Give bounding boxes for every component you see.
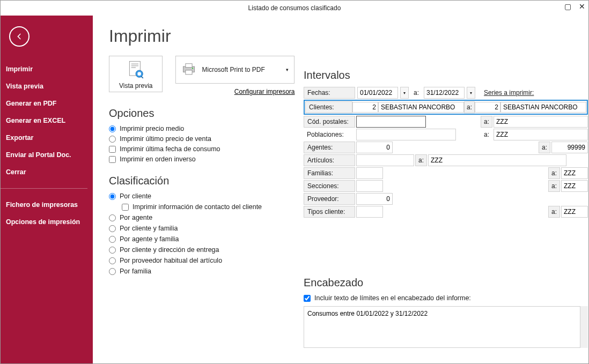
clasificacion-heading: Clasificación — [109, 175, 302, 187]
proveedor-label: Proveedor: — [304, 193, 355, 205]
scrollbar[interactable] — [580, 306, 588, 348]
a-label: a: — [481, 129, 492, 140]
opt-precio-medio[interactable]: Imprimir precio medio — [109, 125, 302, 132]
a-label: a: — [539, 142, 550, 153]
opt-ultima-fecha[interactable]: Imprimir última fecha de consumo — [109, 145, 302, 153]
incluir-texto-limites-check[interactable]: Incluir texto de límites en el encabezad… — [304, 294, 588, 302]
sidebar-item-exportar[interactable]: Exportar — [1, 129, 93, 146]
intervalos-panel: Intervalos Fechas: ▾ a: ▾ Series a impri… — [304, 69, 588, 348]
svg-point-5 — [138, 72, 142, 76]
page-title: Imprimir — [109, 26, 302, 46]
agentes-label: Agentes: — [304, 142, 355, 153]
sidebar-item-enviar-portal[interactable]: Enviar al Portal Doc. — [1, 146, 93, 164]
maximize-icon[interactable]: ▢ — [564, 2, 571, 11]
document-preview-icon — [125, 60, 146, 81]
svg-rect-9 — [186, 70, 192, 75]
fecha-desde-input[interactable] — [357, 87, 398, 99]
clasif-cliente-familia[interactable]: Por cliente y familia — [109, 225, 302, 232]
sidebar: Imprimir Vista previa Generar en PDF Gen… — [1, 16, 93, 364]
articulos-hasta-input[interactable] — [428, 154, 566, 166]
a-label: a: — [481, 116, 492, 128]
codpost-hasta-input[interactable] — [494, 116, 588, 128]
proveedor-input[interactable] — [356, 193, 393, 205]
back-button[interactable] — [9, 26, 30, 47]
familias-label: Familias: — [304, 167, 355, 179]
clientes-label: Clientes: — [305, 101, 352, 113]
a-label: a: — [415, 154, 427, 166]
sidebar-item-cerrar[interactable]: Cerrar — [1, 164, 93, 181]
printer-dropdown[interactable]: Microsoft Print to PDF ▾ — [175, 56, 294, 84]
a-label: a: — [411, 87, 422, 99]
clasif-agente-familia[interactable]: Por agente y familia — [109, 235, 302, 243]
svg-rect-1 — [131, 64, 138, 65]
fecha-hasta-input[interactable] — [424, 87, 465, 99]
a-label: a: — [464, 101, 475, 113]
clientes-row: Clientes: a: — [304, 100, 588, 115]
cliente-hasta-code[interactable] — [475, 102, 500, 113]
sidebar-item-generar-excel[interactable]: Generar en EXCEL — [1, 112, 93, 129]
poblac-desde-input[interactable] — [356, 129, 456, 140]
secciones-hasta-input[interactable] — [561, 180, 588, 192]
svg-rect-8 — [186, 64, 192, 68]
clasif-por-cliente[interactable]: Por cliente — [109, 192, 302, 200]
clasif-por-familia[interactable]: Por familia — [109, 268, 302, 275]
sidebar-separator — [1, 188, 87, 189]
codpostales-label: Cód. postales: — [304, 116, 355, 128]
cliente-desde-code[interactable] — [352, 102, 378, 113]
tiposcli-desde-input[interactable] — [356, 206, 383, 218]
chevron-down-icon: ▾ — [286, 67, 289, 72]
printer-icon — [181, 63, 196, 77]
articulos-label: Artículos: — [304, 154, 355, 166]
sidebar-item-fichero-impresoras[interactable]: Fichero de impresoras — [1, 196, 93, 213]
a-label: a: — [548, 206, 560, 218]
sidebar-item-opciones-impresion[interactable]: Opciones de impresión — [1, 213, 93, 231]
cliente-hasta-name[interactable] — [500, 102, 586, 113]
familias-desde-input[interactable] — [356, 167, 383, 179]
sidebar-item-vista-previa[interactable]: Vista previa — [1, 78, 93, 95]
window-title: Listado de consumos clasificado — [248, 4, 341, 12]
familias-hasta-input[interactable] — [561, 167, 588, 179]
opt-ultimo-precio[interactable]: Imprimir último precio de venta — [109, 135, 302, 143]
clasif-por-agente[interactable]: Por agente — [109, 214, 302, 221]
fechas-label: Fechas: — [304, 87, 355, 99]
opciones-heading: Opciones — [109, 107, 302, 120]
clasif-info-contacto[interactable]: Imprimir información de contacto del cli… — [122, 203, 302, 211]
sidebar-item-imprimir[interactable]: Imprimir — [1, 61, 93, 78]
svg-rect-6 — [141, 76, 144, 79]
cliente-desde-name[interactable] — [378, 102, 464, 113]
tiposcli-hasta-input[interactable] — [561, 206, 588, 218]
close-icon[interactable]: ✕ — [579, 2, 585, 11]
clasif-proveedor-habitual[interactable]: Por proveedor habitual del artículo — [109, 257, 302, 264]
sidebar-item-generar-pdf[interactable]: Generar en PDF — [1, 95, 93, 112]
tiposcli-label: Tipos cliente: — [304, 206, 355, 218]
encabezado-heading: Encabezado — [304, 277, 588, 289]
secciones-label: Secciones: — [304, 180, 355, 192]
printer-name: Microsoft Print to PDF — [202, 66, 264, 73]
svg-rect-3 — [131, 67, 136, 68]
articulos-desde-input[interactable] — [356, 154, 414, 166]
svg-point-10 — [192, 68, 193, 69]
codpost-desde-input[interactable] — [356, 116, 426, 128]
vista-previa-button[interactable]: Vista previa — [109, 56, 163, 92]
fecha-desde-picker[interactable]: ▾ — [400, 87, 409, 99]
agentes-desde-input[interactable] — [356, 142, 393, 153]
vista-previa-label: Vista previa — [119, 82, 152, 90]
configurar-impresora-link[interactable]: Configurar impresora — [175, 88, 294, 95]
agentes-hasta-input[interactable] — [551, 142, 588, 153]
a-label: a: — [548, 180, 560, 192]
titlebar: Listado de consumos clasificado ▢ ✕ — [1, 1, 588, 16]
svg-rect-2 — [131, 65, 138, 66]
fecha-hasta-picker[interactable]: ▾ — [467, 87, 475, 99]
opt-orden-inverso[interactable]: Imprimir en orden inverso — [109, 155, 302, 163]
encabezado-textarea[interactable] — [304, 306, 580, 348]
intervalos-heading: Intervalos — [304, 69, 588, 81]
secciones-desde-input[interactable] — [356, 180, 383, 192]
poblac-hasta-input[interactable] — [494, 129, 588, 140]
a-label: a: — [548, 167, 560, 179]
series-imprimir-link[interactable]: Series a imprimir: — [484, 89, 534, 96]
clasif-cliente-direccion[interactable]: Por cliente y dirección de entrega — [109, 246, 302, 254]
poblaciones-label: Poblaciones: — [304, 129, 355, 140]
